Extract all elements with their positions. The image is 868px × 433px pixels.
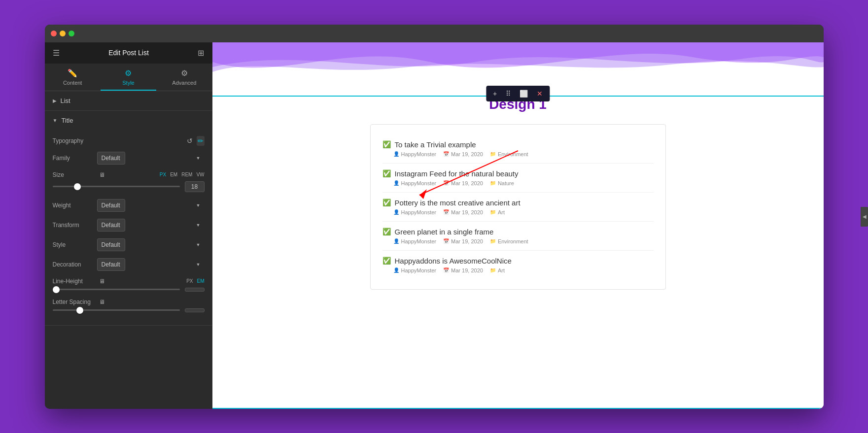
line-height-slider-row	[53, 288, 205, 292]
grid-icon[interactable]: ⊞	[198, 48, 204, 58]
unit-vw-btn[interactable]: VW	[196, 172, 204, 177]
post-item: ✅ Pottery is the most creative ancient a…	[382, 193, 654, 222]
post-title-5[interactable]: Happyaddons is AwesomeCoolNice	[395, 257, 512, 265]
size-row: Size 🖥 PX EM REM VW 18	[53, 171, 205, 192]
size-label: Size	[53, 171, 97, 178]
post-meta-2: 👤 HappyMonster 📅 Mar 19, 2020 📁 Nature	[382, 180, 654, 186]
check-icon-4: ✅	[382, 228, 391, 235]
letter-spacing-row-top: Letter Spacing 🖥	[53, 299, 205, 305]
style-select[interactable]: Default	[97, 238, 125, 251]
typography-reset-btn[interactable]: ↺	[186, 136, 194, 146]
unit-em-btn[interactable]: EM	[170, 172, 177, 177]
weight-select-wrapper: Default	[97, 199, 205, 212]
section-title: ▼ Title Typography ↺ ✏ Family	[45, 111, 212, 326]
add-toolbar-btn[interactable]: +	[491, 89, 499, 99]
size-slider-row: 18	[53, 181, 205, 192]
hamburger-icon[interactable]: ☰	[53, 48, 60, 58]
typography-label: Typography	[53, 137, 84, 144]
tab-style-label: Style	[122, 80, 134, 86]
advanced-icon: ⚙	[181, 68, 188, 78]
style-icon: ⚙	[125, 68, 132, 78]
post-item: ✅ To take a Trivial example 👤 HappyMonst…	[382, 134, 654, 164]
meta-date-3: 📅 Mar 19, 2020	[443, 209, 483, 215]
line-height-slider[interactable]	[53, 289, 180, 290]
meta-date-4: 📅 Mar 19, 2020	[443, 238, 483, 244]
folder-icon-4: 📁	[490, 238, 496, 244]
decoration-label: Decoration	[53, 261, 97, 268]
post-title-row: ✅ Pottery is the most creative ancient a…	[382, 199, 654, 207]
size-slider[interactable]	[53, 186, 180, 187]
meta-date-1: 📅 Mar 19, 2020	[443, 151, 483, 157]
maximize-button[interactable]	[69, 31, 74, 36]
meta-cat-2: 📁 Nature	[490, 180, 514, 186]
section-list-header[interactable]: ▶ List	[45, 91, 212, 110]
section-list-label: List	[61, 97, 70, 104]
section-title-content: Typography ↺ ✏ Family Default	[45, 130, 212, 325]
post-title-row: ✅ Green planet in a single frame	[382, 228, 654, 236]
minimize-button[interactable]	[60, 31, 66, 36]
tab-content[interactable]: ✏️ Content	[45, 64, 101, 91]
meta-cat-5: 📁 Art	[490, 267, 505, 273]
author-icon-4: 👤	[393, 238, 399, 244]
author-icon-2: 👤	[393, 180, 399, 186]
transform-select[interactable]: Default	[97, 219, 125, 232]
size-value: 18	[185, 181, 205, 192]
sidebar-header: ☰ Edit Post List ⊞	[45, 42, 212, 64]
tab-style[interactable]: ⚙ Style	[101, 64, 156, 91]
line-height-units: PX EM	[186, 278, 204, 284]
cal-icon-2: 📅	[443, 180, 449, 186]
unit-px-btn[interactable]: PX	[160, 172, 166, 177]
meta-cat-4: 📁 Environment	[490, 238, 528, 244]
preview-content: Design 1 ✅ To take a Trivial example 👤	[212, 82, 824, 304]
author-icon-5: 👤	[393, 267, 399, 273]
typography-row: Typography ↺ ✏	[53, 136, 205, 146]
post-title-1[interactable]: To take a Trivial example	[395, 140, 476, 149]
letter-spacing-slider[interactable]	[53, 309, 180, 311]
wave-header	[212, 42, 824, 82]
post-meta-4: 👤 HappyMonster 📅 Mar 19, 2020 📁 Environ	[382, 238, 654, 244]
line-height-monitor-icon: 🖥	[99, 278, 105, 285]
typography-edit-btn[interactable]: ✏	[197, 136, 205, 146]
sidebar: ☰ Edit Post List ⊞ ✏️ Content ⚙ Style ⚙ …	[45, 42, 212, 409]
lh-unit-em-btn[interactable]: EM	[197, 278, 205, 284]
line-height-value	[185, 288, 205, 292]
author-icon-1: 👤	[393, 151, 399, 157]
line-height-row: Line-Height 🖥 PX EM	[53, 278, 205, 292]
size-units: PX EM REM VW	[160, 172, 205, 177]
cal-icon-4: 📅	[443, 238, 449, 244]
family-row: Family Default	[53, 152, 205, 165]
lh-unit-px-btn[interactable]: PX	[186, 278, 193, 284]
weight-row: Weight Default	[53, 199, 205, 212]
weight-select[interactable]: Default	[97, 199, 125, 212]
move-toolbar-btn[interactable]: ⠿	[504, 89, 513, 99]
close-button[interactable]	[51, 31, 57, 36]
tab-advanced[interactable]: ⚙ Advanced	[156, 64, 212, 91]
post-title-2[interactable]: Instagram Feed for the natural beauty	[395, 169, 519, 178]
title-arrow-icon: ▼	[53, 118, 58, 123]
post-meta-3: 👤 HappyMonster 📅 Mar 19, 2020 📁 Art	[382, 209, 654, 215]
check-icon-3: ✅	[382, 199, 391, 206]
post-title-row: ✅ Happyaddons is AwesomeCoolNice	[382, 257, 654, 265]
unit-rem-btn[interactable]: REM	[181, 172, 192, 177]
section-title-header[interactable]: ▼ Title	[45, 111, 212, 130]
cal-icon-3: 📅	[443, 209, 449, 215]
post-title-3[interactable]: Pottery is the most creative ancient art	[395, 199, 521, 207]
size-row-top: Size 🖥 PX EM REM VW	[53, 171, 205, 178]
family-select-wrapper: Default	[97, 152, 205, 165]
meta-date-2: 📅 Mar 19, 2020	[443, 180, 483, 186]
author-icon-3: 👤	[393, 209, 399, 215]
post-title-row: ✅ To take a Trivial example	[382, 140, 654, 149]
settings-toolbar-btn[interactable]: ⬜	[518, 89, 530, 99]
meta-date-5: 📅 Mar 19, 2020	[443, 267, 483, 273]
folder-icon-5: 📁	[490, 267, 496, 273]
style-label: Style	[53, 241, 97, 248]
close-toolbar-btn[interactable]: ✕	[535, 89, 545, 99]
section-title-label: Title	[61, 117, 73, 124]
transform-row: Transform Default	[53, 219, 205, 232]
transform-label: Transform	[53, 222, 97, 229]
family-select[interactable]: Default	[97, 152, 125, 165]
main-area: ☰ Edit Post List ⊞ ✏️ Content ⚙ Style ⚙ …	[45, 42, 824, 409]
post-title-4[interactable]: Green planet in a single frame	[395, 228, 494, 236]
decoration-select[interactable]: Default	[97, 258, 125, 271]
post-meta-1: 👤 HappyMonster 📅 Mar 19, 2020 📁 Environ	[382, 151, 654, 157]
